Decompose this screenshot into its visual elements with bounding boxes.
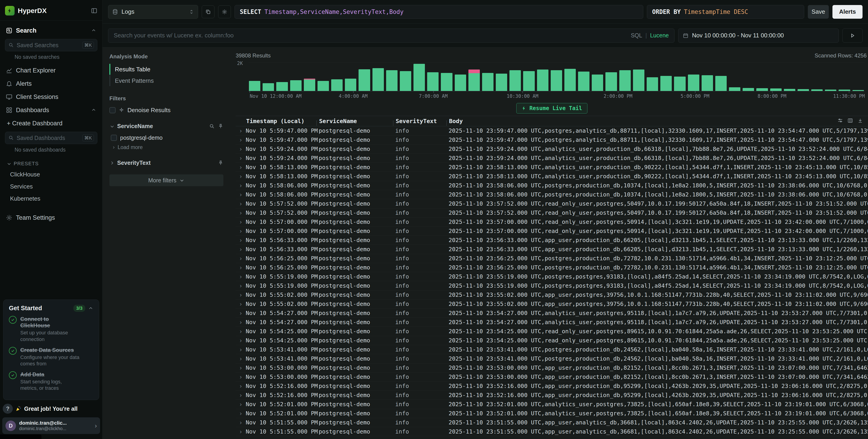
denoise-results-checkbox-row[interactable]: Denoise Results: [110, 107, 223, 114]
preset-item[interactable]: Kubernetes: [4, 193, 99, 205]
hyperdx-logo-icon[interactable]: [5, 6, 14, 15]
table-row[interactable]: Nov 10 5:53:41.000 PM postgresql-demo in…: [236, 354, 868, 363]
table-row[interactable]: Nov 10 5:54:27.000 PM postgresql-demo in…: [236, 318, 868, 327]
row-expand-chevron-icon[interactable]: [236, 374, 246, 380]
table-row[interactable]: Nov 10 5:54:25.000 PM postgresql-demo in…: [236, 336, 868, 345]
pin-icon[interactable]: [218, 124, 223, 129]
histogram-bar[interactable]: [756, 62, 768, 91]
row-expand-chevron-icon[interactable]: [236, 346, 246, 353]
table-row[interactable]: Nov 10 5:55:02.000 PM postgresql-demo in…: [236, 290, 868, 300]
row-expand-chevron-icon[interactable]: [236, 383, 246, 389]
create-dashboard-button[interactable]: + Create Dashboard: [4, 117, 99, 130]
mode-event-patterns[interactable]: Event Patterns: [110, 75, 223, 86]
chevron-up-icon[interactable]: [91, 107, 96, 113]
row-expand-chevron-icon[interactable]: [236, 355, 246, 362]
histogram-bar[interactable]: [592, 62, 603, 91]
toggle-lucene[interactable]: Lucene: [650, 32, 669, 39]
date-range-picker[interactable]: Nov 10 00:00:00 - Nov 11 00:00:00: [678, 29, 839, 43]
table-row[interactable]: Nov 10 5:59:24.000 PM postgresql-demo in…: [236, 154, 868, 163]
row-expand-chevron-icon[interactable]: [236, 182, 246, 189]
histogram-bar[interactable]: [770, 62, 782, 91]
table-row[interactable]: Nov 10 5:54:25.000 PM postgresql-demo in…: [236, 327, 868, 336]
histogram-bar[interactable]: [262, 62, 274, 91]
histogram-bar[interactable]: [811, 62, 823, 91]
sidebar-collapse-icon[interactable]: [91, 7, 97, 14]
presets-section-toggle[interactable]: PRESETS: [4, 157, 99, 168]
histogram-bar[interactable]: [633, 62, 644, 91]
checkbox[interactable]: [111, 135, 117, 141]
histogram-bar[interactable]: [413, 62, 425, 91]
search-input[interactable]: [114, 32, 627, 39]
save-button[interactable]: Save: [808, 5, 829, 19]
histogram-bar[interactable]: [482, 62, 494, 91]
row-expand-chevron-icon[interactable]: [236, 228, 246, 234]
row-expand-chevron-icon[interactable]: [236, 319, 246, 326]
sidebar-item-client-sessions[interactable]: Client Sessions: [4, 90, 99, 103]
row-expand-chevron-icon[interactable]: [236, 246, 246, 253]
download-csv-icon[interactable]: [858, 118, 863, 123]
histogram-bar[interactable]: [619, 62, 631, 91]
row-expand-chevron-icon[interactable]: [236, 146, 246, 153]
table-row[interactable]: Nov 10 5:56:33.000 PM postgresql-demo in…: [236, 236, 868, 245]
help-button[interactable]: ?: [3, 404, 13, 414]
histogram-bar[interactable]: [372, 62, 384, 91]
histogram-bar[interactable]: [523, 62, 534, 91]
table-row[interactable]: Nov 10 5:52:16.000 PM postgresql-demo in…: [236, 391, 868, 400]
histogram-bar[interactable]: [798, 62, 809, 91]
histogram-bar[interactable]: [290, 62, 302, 91]
table-row[interactable]: Nov 10 5:59:47.000 PM postgresql-demo in…: [236, 135, 868, 145]
histogram-bar[interactable]: [688, 62, 699, 91]
histogram-bar[interactable]: [674, 62, 685, 91]
table-row[interactable]: Nov 10 5:53:00.000 PM postgresql-demo in…: [236, 372, 868, 382]
header-timestamp[interactable]: Timestamp (Local): [246, 118, 319, 124]
select-clause-input[interactable]: SELECT Timestamp,ServiceName,SeverityTex…: [235, 5, 643, 19]
row-expand-chevron-icon[interactable]: [236, 136, 246, 144]
pin-icon[interactable]: [218, 160, 223, 166]
row-expand-chevron-icon[interactable]: [236, 210, 246, 216]
table-row[interactable]: Nov 10 5:56:33.000 PM postgresql-demo in…: [236, 245, 868, 254]
preset-item[interactable]: Services: [4, 181, 99, 193]
row-expand-chevron-icon[interactable]: [236, 173, 246, 180]
row-expand-chevron-icon[interactable]: [236, 200, 246, 207]
row-expand-chevron-icon[interactable]: [236, 301, 246, 308]
histogram-bar[interactable]: [852, 62, 864, 91]
table-row[interactable]: Nov 10 5:52:01.000 PM postgresql-demo in…: [236, 400, 868, 409]
sidebar-item-chart-explorer[interactable]: Chart Explorer: [4, 64, 99, 77]
histogram-bar[interactable]: [702, 62, 713, 91]
table-row[interactable]: Nov 10 5:52:16.000 PM postgresql-demo in…: [236, 382, 868, 391]
display-options-button[interactable]: [202, 5, 215, 18]
more-filters-button[interactable]: More filters: [110, 175, 223, 186]
table-settings-icon[interactable]: [837, 118, 843, 123]
user-menu[interactable]: D dominic.tran@clic... dominic.tran@clic…: [2, 417, 100, 434]
row-expand-chevron-icon[interactable]: [236, 291, 246, 299]
row-expand-chevron-icon[interactable]: [236, 392, 246, 399]
checkbox[interactable]: [110, 107, 116, 113]
preset-item[interactable]: ClickHouse: [4, 168, 99, 181]
get-started-step[interactable]: Add Data Start sending logs, metrics, or…: [9, 371, 93, 391]
table-row[interactable]: Nov 10 5:57:52.000 PM postgresql-demo in…: [236, 208, 868, 217]
histogram-bar[interactable]: [441, 62, 452, 91]
histogram-bar[interactable]: [496, 62, 507, 91]
histogram-bar[interactable]: [551, 62, 562, 91]
row-expand-chevron-icon[interactable]: [236, 219, 246, 225]
header-servicename[interactable]: ServiceName: [319, 118, 395, 124]
histogram-bar[interactable]: [743, 62, 754, 91]
chevron-up-icon[interactable]: [91, 28, 96, 33]
table-row[interactable]: Nov 10 5:55:19.000 PM postgresql-demo in…: [236, 272, 868, 281]
sidebar-item-dashboards[interactable]: Dashboards: [4, 103, 99, 117]
histogram-bar[interactable]: [825, 62, 836, 91]
facet-severitytext-header[interactable]: SeverityText: [110, 160, 223, 166]
table-row[interactable]: Nov 10 5:51:55.000 PM postgresql-demo in…: [236, 418, 868, 427]
row-expand-chevron-icon[interactable]: [236, 419, 246, 426]
table-row[interactable]: Nov 10 5:53:00.000 PM postgresql-demo in…: [236, 363, 868, 372]
row-expand-chevron-icon[interactable]: [236, 264, 246, 271]
sidebar-item-search[interactable]: Search: [4, 24, 99, 37]
histogram-bar[interactable]: [729, 62, 740, 91]
row-expand-chevron-icon[interactable]: [236, 273, 246, 280]
row-expand-chevron-icon[interactable]: [236, 164, 246, 171]
table-row[interactable]: Nov 10 5:58:06.000 PM postgresql-demo in…: [236, 181, 868, 190]
histogram-bar[interactable]: [647, 62, 658, 91]
table-row[interactable]: Nov 10 5:58:06.000 PM postgresql-demo in…: [236, 190, 868, 199]
load-more-button[interactable]: Load more: [112, 144, 223, 151]
resume-live-tail-button[interactable]: Resume Live Tail: [516, 103, 587, 114]
